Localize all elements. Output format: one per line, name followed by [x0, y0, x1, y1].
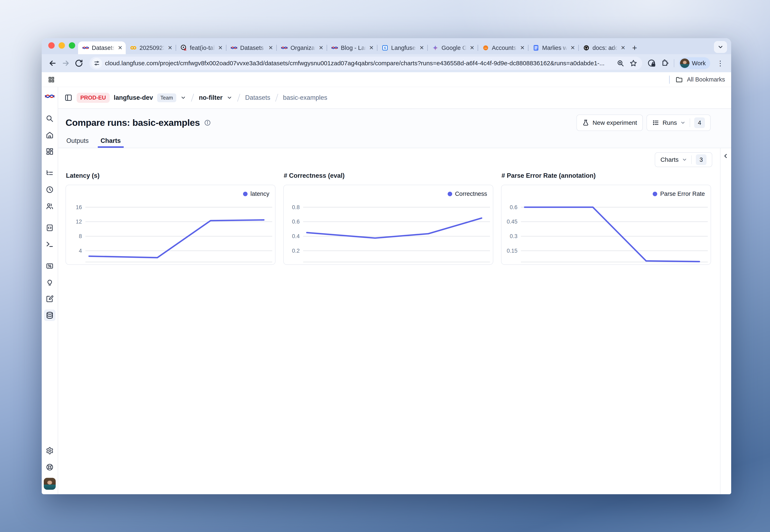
- privacy-lock-icon[interactable]: [647, 59, 656, 68]
- browser-tab-2[interactable]: feat(io-tab✕: [176, 41, 226, 54]
- langfuse-logo[interactable]: [45, 92, 55, 101]
- svg-text:16: 16: [76, 204, 82, 210]
- site-settings-icon[interactable]: [91, 58, 102, 69]
- tab-outputs[interactable]: Outputs: [66, 137, 89, 148]
- url-text[interactable]: cloud.langfuse.com/project/cmfwgv8fx002o…: [105, 60, 613, 67]
- chart-legend: Correctness: [448, 190, 487, 197]
- page-tabs: Outputs Charts: [58, 131, 731, 148]
- bookmark-star-icon[interactable]: [630, 59, 637, 67]
- sidebar-item-annotation[interactable]: [44, 293, 55, 305]
- sidebar-item-tracing[interactable]: [44, 167, 55, 179]
- close-window-button[interactable]: [48, 42, 55, 49]
- sidebar-item-datasets[interactable]: [44, 310, 55, 321]
- forward-arrow-icon: [61, 59, 70, 68]
- browser-tab-8[interactable]: Accounts |✕: [478, 41, 528, 54]
- tab-close-icon[interactable]: ✕: [218, 45, 223, 51]
- chart-title: Latency (s): [66, 172, 276, 179]
- svg-text:12: 12: [76, 219, 82, 225]
- sidebar-item-evaluation[interactable]: [44, 277, 55, 288]
- browser-tab-9[interactable]: Marlies we✕: [528, 41, 578, 54]
- sidebar-item-support[interactable]: [44, 461, 55, 473]
- all-bookmarks[interactable]: All Bookmarks: [669, 76, 725, 84]
- page-zoom-icon[interactable]: [617, 60, 624, 67]
- tab-label: Datasets | L: [240, 45, 266, 51]
- address-bar[interactable]: cloud.langfuse.com/project/cmfwgv8fx002o…: [89, 57, 642, 70]
- tab-charts[interactable]: Charts: [101, 137, 121, 148]
- tab-close-icon[interactable]: ✕: [419, 45, 424, 51]
- back-button[interactable]: [47, 58, 58, 69]
- sidebar-item-dashboards[interactable]: [44, 146, 55, 157]
- browser-tab-3[interactable]: Datasets | L✕: [227, 41, 276, 54]
- chevron-down-icon: [682, 157, 687, 162]
- sidebar-item-playground[interactable]: [44, 238, 55, 250]
- legend-label: latency: [251, 190, 269, 197]
- charts-inner: Charts 3 Latency (s) 161284: [58, 148, 720, 494]
- browser-tab-7[interactable]: Google Ger✕: [428, 41, 478, 54]
- profile-avatar: [680, 58, 690, 68]
- maximize-window-button[interactable]: [69, 42, 75, 49]
- clock-icon: [46, 186, 54, 194]
- tab-overflow-button[interactable]: [714, 41, 727, 53]
- sidebar-item-home[interactable]: [44, 129, 55, 141]
- breadcrumb-datasets-link[interactable]: Datasets: [245, 94, 270, 101]
- tab-close-icon[interactable]: ✕: [621, 45, 625, 51]
- toolbar-divider: [674, 59, 674, 67]
- gear-icon: [46, 447, 54, 455]
- project-switcher-chevron-icon[interactable]: [227, 95, 232, 101]
- collapse-panel-chevron-icon[interactable]: [723, 153, 729, 159]
- new-experiment-button[interactable]: New experiment: [576, 115, 643, 131]
- org-switcher-chevron-icon[interactable]: [180, 95, 186, 101]
- browser-profile-chip[interactable]: Work: [679, 57, 710, 69]
- org-name[interactable]: langfuse-dev: [114, 94, 153, 101]
- browser-menu-button[interactable]: ⋮: [715, 58, 726, 69]
- chart-latency: Latency (s) 161284 latency: [65, 172, 276, 265]
- panel-toggle-icon[interactable]: [64, 94, 72, 102]
- project-name[interactable]: no-filter: [199, 94, 223, 101]
- browser-tab-5[interactable]: Blog - Lang✕: [327, 41, 377, 54]
- new-tab-button[interactable]: +: [629, 42, 641, 54]
- browser-tab-6[interactable]: 6Langfuse -✕: [377, 41, 427, 54]
- browser-tab-1[interactable]: 20250923✕: [126, 41, 176, 54]
- tab-close-icon[interactable]: ✕: [369, 45, 374, 51]
- forward-button[interactable]: [60, 58, 71, 69]
- tab-label: feat(io-tab: [190, 45, 215, 51]
- legend-label: Correctness: [455, 190, 487, 197]
- app-main: PROD-EU langfuse-dev Team no-filter Data…: [58, 87, 731, 494]
- browser-tab-4[interactable]: Organizatio✕: [277, 41, 327, 54]
- sidebar-item-scores[interactable]: [44, 260, 55, 272]
- langfuse-favicon-icon: [331, 44, 338, 51]
- chart-legend: Parse Error Rate: [653, 190, 705, 197]
- tab-close-icon[interactable]: ✕: [118, 45, 122, 51]
- reload-button[interactable]: [73, 58, 84, 69]
- tab-list: Datasets | L✕20250923✕feat(io-tab✕Datase…: [78, 38, 714, 54]
- sidebar-item-search[interactable]: [44, 113, 55, 124]
- apps-grid-icon[interactable]: [48, 76, 55, 83]
- minimize-window-button[interactable]: [59, 42, 65, 49]
- tab-close-icon[interactable]: ✕: [570, 45, 575, 51]
- sidebar-item-prompts[interactable]: [44, 222, 55, 234]
- tab-close-icon[interactable]: ✕: [319, 45, 323, 51]
- tab-close-icon[interactable]: ✕: [268, 45, 273, 51]
- runs-selector-button[interactable]: Runs 4: [647, 115, 711, 131]
- sidebar-item-sessions[interactable]: [44, 184, 55, 195]
- langfuse-app: PROD-EU langfuse-dev Team no-filter Data…: [42, 87, 731, 494]
- browser-toolbar: cloud.langfuse.com/project/cmfwgv8fx002o…: [42, 54, 731, 72]
- tab-close-icon[interactable]: ✕: [520, 45, 525, 51]
- charts-filter-button[interactable]: Charts 3: [655, 152, 712, 167]
- extensions-puzzle-icon[interactable]: [661, 59, 669, 68]
- breadcrumb-dataset-name[interactable]: basic-examples: [283, 94, 327, 101]
- life-buoy-icon: [46, 463, 54, 471]
- user-avatar[interactable]: [44, 478, 56, 490]
- browser-tab-10[interactable]: docs: add✕: [579, 41, 629, 54]
- browser-tab-0[interactable]: Datasets | L✕: [78, 41, 126, 54]
- tab-close-icon[interactable]: ✕: [167, 45, 172, 51]
- profile-name: Work: [692, 60, 706, 67]
- colab-favicon-icon: [130, 44, 137, 51]
- tab-close-icon[interactable]: ✕: [470, 45, 474, 51]
- percent-box-icon: [46, 262, 54, 270]
- sidebar-item-settings[interactable]: [44, 445, 55, 456]
- sidebar-item-users[interactable]: [44, 200, 55, 212]
- collapse-rail: [720, 148, 731, 494]
- info-icon[interactable]: [204, 119, 211, 126]
- svg-text:0.8: 0.8: [292, 204, 300, 210]
